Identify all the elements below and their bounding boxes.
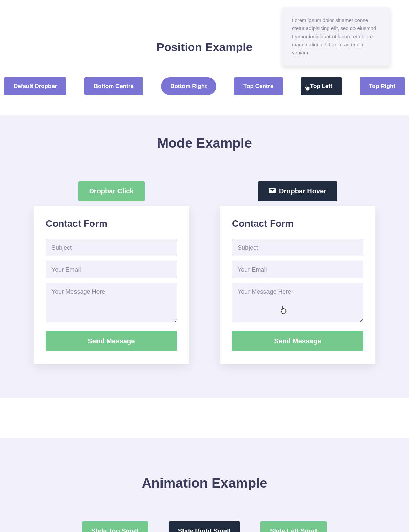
mode-row: Dropbar Click Contact Form Send Message …	[0, 181, 409, 364]
contact-form-heading: Contact Form	[46, 218, 177, 229]
animation-section: Animation Example Slide Top Small Slide …	[0, 438, 409, 532]
mode-section: Mode Example Dropbar Click Contact Form …	[0, 115, 409, 398]
envelope-icon	[269, 187, 276, 195]
send-message-button[interactable]: Send Message	[46, 331, 177, 351]
subject-input[interactable]	[232, 239, 363, 256]
mode-click-col: Dropbar Click Contact Form Send Message	[34, 181, 189, 364]
top-centre-button[interactable]: Top Centre	[234, 77, 283, 95]
default-dropbar-button[interactable]: Default Dropbar	[4, 77, 66, 95]
contact-card-click: Contact Form Send Message	[34, 206, 189, 364]
bottom-centre-button[interactable]: Bottom Centre	[84, 77, 143, 95]
dropbar-hover-button[interactable]: Dropbar Hover	[258, 181, 337, 201]
email-input[interactable]	[232, 261, 363, 278]
dropbar-click-button[interactable]: Dropbar Click	[78, 181, 144, 201]
contact-card-hover: Contact Form Send Message	[220, 206, 375, 364]
animation-button-row: Slide Top Small Slide Right Small Slide …	[0, 521, 409, 532]
top-left-button[interactable]: Top Left	[301, 77, 342, 95]
mode-title: Mode Example	[0, 136, 409, 151]
slide-right-small-button[interactable]: Slide Right Small	[169, 521, 240, 532]
position-button-row: Default Dropbar Bottom Centre Bottom Rig…	[0, 77, 409, 95]
dropbar-hover-label: Dropbar Hover	[279, 187, 326, 195]
message-textarea[interactable]	[232, 283, 363, 322]
slide-top-small-button[interactable]: Slide Top Small	[82, 521, 148, 532]
top-right-button[interactable]: Top Right	[360, 77, 405, 95]
position-section: Lorem ipsum dolor sit amet conse ctetur …	[0, 0, 409, 115]
message-textarea[interactable]	[46, 283, 177, 322]
slide-left-small-button[interactable]: Slide Left Small	[260, 521, 327, 532]
animation-title: Animation Example	[0, 476, 409, 491]
email-input[interactable]	[46, 261, 177, 278]
position-tooltip: Lorem ipsum dolor sit amet conse ctetur …	[282, 7, 390, 66]
contact-form-heading: Contact Form	[232, 218, 363, 229]
bottom-right-button[interactable]: Bottom Right	[161, 77, 216, 95]
mode-hover-col: Dropbar Hover Contact Form Send Message	[220, 181, 375, 364]
send-message-button[interactable]: Send Message	[232, 331, 363, 351]
subject-input[interactable]	[46, 239, 177, 256]
